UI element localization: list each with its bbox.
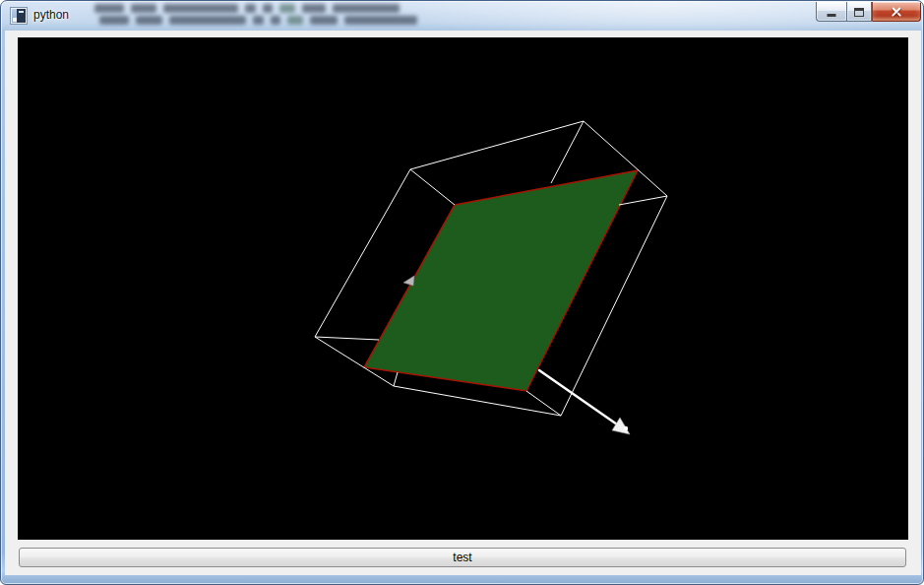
close-button[interactable]	[872, 2, 921, 22]
titlebar[interactable]: python	[1, 1, 923, 31]
box-wireframe-edge	[394, 372, 398, 386]
box-wireframe-edge	[619, 196, 667, 205]
box-wireframe-edge	[394, 386, 561, 416]
glass-blurred-text-row	[94, 4, 406, 13]
maximize-icon	[854, 8, 864, 17]
box-wireframe-edge	[410, 169, 455, 205]
glass-blurred-text-row	[99, 16, 424, 25]
window-title: python	[33, 8, 69, 22]
normal-vector-head	[612, 418, 630, 434]
slice-plane	[364, 170, 638, 391]
maximize-button[interactable]	[846, 2, 872, 22]
client-area: test	[5, 31, 921, 575]
box-wireframe-edge	[526, 391, 561, 416]
test-button[interactable]: test	[19, 548, 906, 567]
box-wireframe-edge	[410, 121, 584, 169]
minimize-icon	[828, 14, 836, 17]
box-wireframe-edge	[551, 121, 584, 183]
window-controls	[816, 2, 921, 22]
normal-vector-head-highlight	[624, 426, 628, 430]
minimize-button[interactable]	[816, 2, 846, 22]
normal-vector-line	[539, 370, 620, 426]
3d-viewport[interactable]	[18, 37, 908, 540]
application-icon[interactable]	[11, 8, 27, 24]
box-wireframe-edge	[315, 337, 379, 340]
close-icon	[891, 6, 902, 18]
application-window: python test	[0, 0, 924, 585]
plane-back-arrow	[403, 276, 414, 286]
